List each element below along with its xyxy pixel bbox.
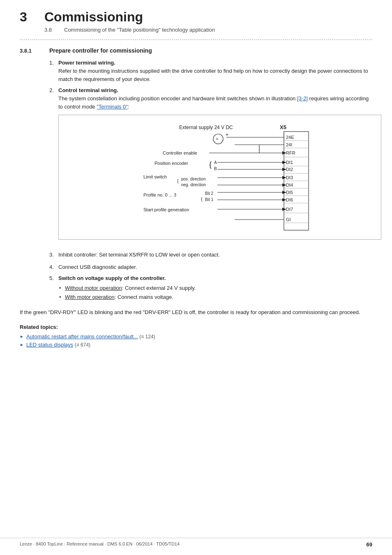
step-5-bullet-list: Without motor operation: Connect externa… (58, 284, 372, 301)
steps-list: 1. Power terminal wiring. Refer to the m… (49, 60, 372, 301)
section-divider (20, 39, 372, 40)
label-position-encoder: Position encoder (154, 161, 188, 166)
diagram-title: External supply 24 V DC (179, 125, 233, 130)
step-2: 2. Control terminal wiring. The system c… (49, 87, 372, 247)
terminal-24E: 24E (286, 135, 294, 140)
step-2-link2[interactable]: "Terminals 0" (97, 104, 128, 110)
section-heading: 3.8.1 Prepare controller for commissioni… (20, 47, 372, 54)
svg-text:+: + (226, 132, 228, 138)
step-2-heading: Control terminal wiring. (58, 87, 118, 93)
related-link-1-text[interactable]: Automatic restart after mains connection… (26, 333, 138, 340)
step-1-heading: Power terminal wiring. (58, 60, 115, 66)
bullet-underline-2: With motor operation (65, 294, 115, 300)
page-header: 3 Commissioning 3.8 Commissioning of the… (0, 0, 392, 33)
section-number-header: 3.8 (44, 27, 59, 33)
svg-text:{: { (201, 197, 203, 201)
label-start-profile: Start profile generation (143, 207, 189, 212)
bullet-underline-1: Without motor operation (65, 285, 122, 291)
arrow-icon-2: ► (20, 342, 24, 347)
related-link-1[interactable]: ► Automatic restart after mains connecti… (20, 333, 372, 340)
terminal-24I: 24I (286, 142, 292, 147)
related-link-2[interactable]: ► LED status displays (≡ 674) (20, 342, 372, 348)
step-4-number: 4. (49, 264, 58, 270)
step-5-heading: Switch on voltage supply of the controll… (58, 275, 166, 281)
terminal-DI3: DI3 (286, 175, 293, 180)
terminal-DI2: DI2 (286, 167, 293, 172)
related-link-2-text[interactable]: LED status displays (26, 342, 73, 348)
terminal-DI5: DI5 (286, 190, 293, 195)
page-footer: Lenze · 8400 TopLine · Reference manual … (0, 538, 392, 548)
x5-label: X5 (280, 124, 286, 130)
step-2-body-prefix: The system constellation including posit… (58, 95, 297, 102)
info-paragraph: If the green "DRV-RDY" LED is blinking a… (20, 308, 372, 317)
footer-left: Lenze · 8400 TopLine · Reference manual … (20, 541, 180, 548)
related-topics: Related topics: ► Automatic restart afte… (20, 324, 372, 348)
svg-text:Bit 2: Bit 2 (205, 191, 213, 196)
step-2-body-end: : (128, 104, 129, 110)
step-2-number: 2. (49, 87, 58, 93)
label-limit-switch: Limit switch (143, 174, 167, 179)
step-3-body: Inhibit controller: Set terminal X5/RFR … (58, 251, 220, 259)
bullet-without-motor: Without motor operation: Connect externa… (58, 284, 372, 292)
terminal-DI4: DI4 (286, 183, 293, 187)
related-link-1-ref: (≡ 124) (139, 334, 155, 340)
related-link-2-ref: (≡ 674) (75, 342, 90, 348)
svg-text:Bit 1: Bit 1 (205, 197, 213, 202)
step-2-body: The system constellation including posit… (58, 95, 372, 111)
main-content: 3.8.1 Prepare controller for commissioni… (0, 47, 392, 348)
step-5-bullets: Without motor operation: Connect externa… (58, 284, 372, 301)
step-1: 1. Power terminal wiring. Refer to the m… (49, 60, 372, 83)
terminal-RFR: RFR (286, 150, 295, 155)
svg-text:{: { (209, 160, 212, 169)
wiring-diagram: External supply 24 V DC + = X5 (58, 115, 381, 240)
footer-page-number: 69 (367, 541, 372, 548)
label-controller-enable: Controller enable (163, 150, 197, 155)
chapter-title: Commissioning (44, 10, 215, 24)
step-1-number: 1. (49, 60, 58, 66)
step-1-body: Refer to the mounting instructions suppl… (58, 67, 372, 83)
label-profile-no: Profile no. 0 ... 3 (143, 192, 176, 197)
section-number: 3.8.1 (20, 48, 49, 54)
step-5-number: 5. (49, 275, 58, 281)
bullet-with-motor: With motor operation: Connect mains volt… (58, 293, 372, 301)
terminal-DI1: DI1 (286, 160, 293, 165)
related-topics-heading: Related topics: (20, 324, 372, 330)
chapter-number: 3 (20, 10, 44, 24)
section-subtitle: Commissioning of the "Table positioning"… (64, 27, 215, 33)
page-wrapper: 3 Commissioning 3.8 Commissioning of the… (0, 0, 392, 555)
step-3-number: 3. (49, 252, 58, 258)
terminal-GI: GI (286, 217, 291, 222)
step-3: 3. Inhibit controller: Set terminal X5/R… (49, 251, 372, 259)
svg-text:A: A (214, 160, 217, 165)
step-4: 4. Connect USB diagnostic adapter. (49, 263, 372, 271)
step-5: 5. Switch on voltage supply of the contr… (49, 275, 372, 301)
chapter-title-block: Commissioning 3.8 Commissioning of the "… (44, 10, 215, 33)
arrow-icon-1: ► (20, 334, 24, 339)
svg-text:neg. direction: neg. direction (181, 183, 206, 187)
step-4-body: Connect USB diagnostic adapter. (58, 263, 137, 271)
terminal-DI6: DI6 (286, 197, 293, 202)
svg-text:pos. direction: pos. direction (181, 177, 205, 181)
diagram-svg: External supply 24 V DC + = X5 (99, 122, 337, 233)
terminal-DI7: DI7 (286, 207, 293, 212)
svg-text:B: B (214, 166, 217, 171)
svg-text:=: = (216, 136, 218, 141)
step-2-link1[interactable]: [3-2] (297, 95, 308, 102)
label-pos-dir: { (177, 178, 179, 183)
section-title: Prepare controller for commissioning (49, 47, 152, 54)
